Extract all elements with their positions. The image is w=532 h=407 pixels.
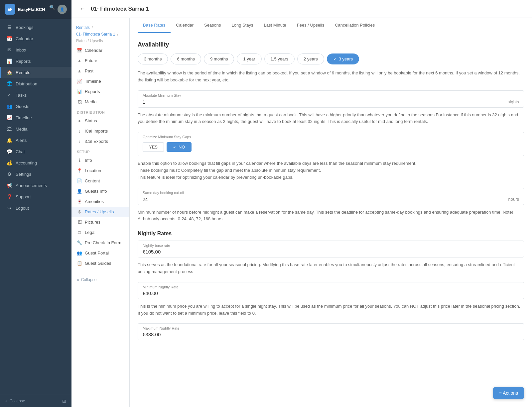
abs-min-stay-label: Absolute Minimum Stay bbox=[138, 91, 524, 98]
abs-min-stay-row: 1 nights bbox=[138, 98, 524, 107]
sec-nav-reports[interactable]: 📊 Reports bbox=[71, 86, 129, 97]
tab-cancellation[interactable]: Cancellation Policies bbox=[330, 18, 380, 33]
avail-btn-1_5y[interactable]: 1.5 years bbox=[264, 53, 295, 64]
sec-nav-future[interactable]: ▲ Future bbox=[71, 55, 129, 66]
sec-nav-location[interactable]: 📍 Location bbox=[71, 165, 129, 176]
avail-btn-2y[interactable]: 2 years bbox=[297, 53, 324, 64]
nav-label-distribution: Distribution bbox=[16, 81, 37, 86]
sidebar-item-accounting[interactable]: 💰 Accounting bbox=[0, 157, 71, 168]
sec-guest-portal-icon: 👥 bbox=[77, 251, 82, 255]
avatar[interactable]: 👤 bbox=[58, 5, 67, 14]
sidebar-item-logout[interactable]: ↪ Logout bbox=[0, 202, 71, 214]
sec-nav-label: iCal Exports bbox=[85, 139, 108, 144]
tab-long-stays[interactable]: Long Stays bbox=[226, 18, 259, 33]
min-rate-value[interactable]: €40.00 bbox=[143, 290, 519, 296]
timeline-icon: 📈 bbox=[6, 115, 12, 120]
avail-btn-6m[interactable]: 6 months bbox=[171, 53, 201, 64]
reports-icon: 📊 bbox=[6, 58, 12, 64]
actions-button[interactable]: ≡ Actions bbox=[493, 387, 524, 399]
sec-collapse-button[interactable]: « Collapse bbox=[77, 277, 96, 282]
sec-nav-info[interactable]: ℹ Info bbox=[71, 155, 129, 165]
sidebar-item-media[interactable]: 🖼 Media bbox=[0, 123, 71, 135]
sec-nav-label: Info bbox=[85, 158, 92, 163]
back-button[interactable]: ← bbox=[79, 5, 85, 12]
sec-nav-timeline[interactable]: 📈 Timeline bbox=[71, 76, 129, 86]
sidebar-item-rentals[interactable]: 🏠 Rentals bbox=[0, 67, 71, 78]
tab-fees-upsells[interactable]: Fees / Upsells bbox=[292, 18, 330, 33]
sec-nav-label: Past bbox=[85, 68, 93, 73]
app-name: EasyFlatBCN bbox=[18, 7, 49, 12]
bookings-icon: ☰ bbox=[6, 25, 12, 30]
nav-label-inbox: Inbox bbox=[16, 48, 26, 52]
sidebar-item-distribution[interactable]: 🌐 Distribution bbox=[0, 78, 71, 89]
sidebar-item-bookings[interactable]: ☰ Bookings bbox=[0, 22, 71, 33]
sec-rates-icon: $ bbox=[77, 209, 82, 214]
chat-icon: 💬 bbox=[6, 149, 12, 154]
sidebar-item-settings[interactable]: ⚙ Settings bbox=[0, 168, 71, 180]
avail-btn-3y-label: 3 years bbox=[339, 56, 353, 61]
search-icon[interactable]: 🔍 bbox=[49, 5, 55, 14]
sidebar-item-announcements[interactable]: 📢 Announcements bbox=[0, 180, 71, 191]
sidebar-item-timeline[interactable]: 📈 Timeline bbox=[0, 112, 71, 123]
sec-nav-guest-guides[interactable]: 📋 Guest Guides bbox=[71, 258, 129, 268]
sec-nav-guests-info[interactable]: 👤 Guests Info bbox=[71, 186, 129, 196]
sec-nav-label: Location bbox=[85, 168, 101, 173]
sec-nav-label: Guest Portal bbox=[85, 251, 109, 255]
grid-icon[interactable]: ⊞ bbox=[62, 398, 66, 404]
avail-btn-1y[interactable]: 1 year bbox=[237, 53, 261, 64]
nav-label-guests: Guests bbox=[16, 104, 29, 109]
tab-seasons[interactable]: Seasons bbox=[199, 18, 226, 33]
nav-label-media: Media bbox=[16, 127, 27, 132]
yes-button[interactable]: YES bbox=[143, 142, 164, 152]
sec-nav-label: Calendar bbox=[85, 48, 102, 53]
breadcrumb-property[interactable]: 01· Filmoteca Sarria 1 bbox=[76, 32, 115, 37]
sidebar-item-guests[interactable]: 👥 Guests bbox=[0, 101, 71, 112]
collapse-button[interactable]: « Collapse bbox=[5, 399, 25, 403]
sec-nav-amenities[interactable]: 🍷 Amenities bbox=[71, 196, 129, 207]
sec-nav-ical-exports[interactable]: ↓ iCal Exports bbox=[71, 136, 129, 147]
sidebar-item-reports[interactable]: 📊 Reports bbox=[0, 55, 71, 67]
base-rate-value[interactable]: €105.00 bbox=[143, 249, 519, 254]
nav-label-bookings: Bookings bbox=[16, 25, 33, 30]
sec-nav-rates-upsells[interactable]: $ Rates / Upsells bbox=[71, 207, 129, 217]
sec-nav-past[interactable]: ▲ Past bbox=[71, 66, 129, 76]
collapse-chevron-icon: « bbox=[5, 399, 8, 403]
breadcrumb-rentals[interactable]: Rentals bbox=[76, 25, 90, 30]
sidebar-item-calendar[interactable]: 📅 Calendar bbox=[0, 33, 71, 44]
avail-btn-9m[interactable]: 9 months bbox=[204, 53, 234, 64]
same-day-description: Minimum number of hours before midnight … bbox=[138, 209, 524, 223]
content-body: Availability 3 months 6 months 9 months … bbox=[130, 33, 532, 352]
sec-nav-content[interactable]: 📄 Content bbox=[71, 176, 129, 186]
tab-base-rates[interactable]: Base Rates bbox=[138, 18, 171, 33]
main-area: ← 01· Filmoteca Sarria 1 Rentals / 01· F… bbox=[71, 0, 532, 407]
sec-nav-guest-portal[interactable]: 👥 Guest Portal bbox=[71, 248, 129, 258]
min-rate-field: Minimum Nightly Rate €40.00 bbox=[138, 282, 524, 299]
tab-last-minute[interactable]: Last Minute bbox=[259, 18, 292, 33]
header-icons: 🔍 👤 bbox=[49, 5, 67, 14]
inbox-icon: ✉ bbox=[6, 47, 12, 52]
sec-nav-calendar[interactable]: 📅 Calendar bbox=[71, 45, 129, 55]
availability-title: Availability bbox=[138, 41, 524, 48]
distribution-section-label: Distribution bbox=[71, 107, 129, 116]
nav-label-accounting: Accounting bbox=[16, 160, 37, 165]
sidebar-item-chat[interactable]: 💬 Chat bbox=[0, 146, 71, 157]
sec-nav-legal[interactable]: ⚖ Legal bbox=[71, 227, 129, 238]
sidebar-item-support[interactable]: ❓ Support bbox=[0, 191, 71, 202]
sec-nav-media[interactable]: 🖼 Media bbox=[71, 97, 129, 107]
sec-nav-pre-checkin[interactable]: 🔧 Pre Check-In Form bbox=[71, 238, 129, 248]
main-sidebar: EF EasyFlatBCN 🔍 👤 ☰ Bookings 📅 Calendar… bbox=[0, 0, 71, 407]
sec-nav-pictures[interactable]: 🖼 Pictures bbox=[71, 217, 129, 227]
sidebar-item-alerts[interactable]: 🔔 Alerts bbox=[0, 135, 71, 146]
sidebar-item-tasks[interactable]: ✓ Tasks bbox=[0, 89, 71, 101]
max-rate-value[interactable]: €338.00 bbox=[143, 332, 519, 337]
optimize-block: Optimize Minimum Stay Gaps YES ✓ NO bbox=[138, 132, 524, 156]
avail-btn-3y[interactable]: ✓ 3 years bbox=[327, 53, 359, 64]
sidebar-item-inbox[interactable]: ✉ Inbox bbox=[0, 44, 71, 55]
sec-nav-ical-imports[interactable]: ↓ iCal Imports bbox=[71, 126, 129, 136]
sec-legal-icon: ⚖ bbox=[77, 230, 82, 235]
sec-nav-status[interactable]: ● Status bbox=[71, 116, 129, 126]
tab-calendar[interactable]: Calendar bbox=[171, 18, 199, 33]
sec-sidebar-footer: « Collapse bbox=[71, 274, 129, 285]
no-button[interactable]: ✓ NO bbox=[167, 142, 192, 152]
avail-btn-3m[interactable]: 3 months bbox=[138, 53, 168, 64]
